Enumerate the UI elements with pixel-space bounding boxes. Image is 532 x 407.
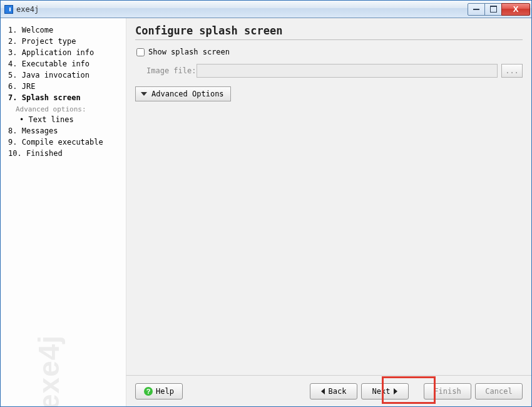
back-button[interactable]: Back <box>310 383 357 399</box>
back-label: Back <box>329 387 347 396</box>
cancel-label: Cancel <box>485 387 512 396</box>
advanced-options-text: Advanced Options <box>151 90 224 98</box>
step-project-type[interactable]: 2. Project type <box>6 36 121 47</box>
window-title: exe4j <box>16 5 39 14</box>
client-area: 1. Welcome 2. Project type 3. Applicatio… <box>1 18 531 406</box>
step-executable-info[interactable]: 4. Executable info <box>6 58 121 70</box>
image-file-row: Image file: ... <box>146 64 523 78</box>
next-button[interactable]: Next <box>361 383 409 399</box>
step-splash-screen[interactable]: 7. Splash screen <box>6 92 121 103</box>
sidebar: 1. Welcome 2. Project type 3. Applicatio… <box>1 18 126 406</box>
app-icon <box>4 5 13 14</box>
minimize-button[interactable] <box>468 3 485 16</box>
cancel-button[interactable]: Cancel <box>475 383 523 399</box>
step-messages[interactable]: 8. Messages <box>6 125 121 137</box>
finish-button[interactable]: Finish <box>424 383 471 399</box>
finish-label: Finish <box>434 387 461 396</box>
help-button[interactable]: ? Help <box>135 383 183 399</box>
titlebar: exe4j X <box>1 1 531 18</box>
close-button[interactable]: X <box>501 3 530 16</box>
chevron-down-icon <box>141 92 147 96</box>
advanced-options-label: Advanced options: <box>6 103 121 114</box>
show-splash-checkbox[interactable] <box>136 48 145 56</box>
step-finished[interactable]: 10. Finished <box>6 148 121 159</box>
help-icon: ? <box>144 387 153 396</box>
next-label: Next <box>372 387 391 396</box>
browse-button[interactable]: ... <box>501 64 523 78</box>
arrow-right-icon <box>394 388 397 394</box>
image-file-label: Image file: <box>146 66 197 75</box>
show-splash-row: Show splash screen <box>136 48 523 56</box>
step-compile-executable[interactable]: 9. Compile executable <box>6 137 121 148</box>
arrow-left-icon <box>321 388 325 394</box>
page-title: Configure splash screen <box>135 24 523 40</box>
sub-step-text-lines[interactable]: Text lines <box>6 114 121 125</box>
main-panel: Configure splash screen Show splash scre… <box>126 18 531 375</box>
show-splash-label: Show splash screen <box>148 48 230 56</box>
help-label: Help <box>156 387 174 396</box>
image-file-input[interactable] <box>197 64 498 78</box>
step-list: 1. Welcome 2. Project type 3. Applicatio… <box>6 24 121 159</box>
step-java-invocation[interactable]: 5. Java invocation <box>6 70 121 81</box>
watermark: exe4j <box>32 335 66 406</box>
step-welcome[interactable]: 1. Welcome <box>6 24 121 36</box>
advanced-options-button[interactable]: Advanced Options <box>135 86 231 101</box>
close-icon: X <box>513 4 519 14</box>
step-jre[interactable]: 6. JRE <box>6 81 121 92</box>
maximize-button[interactable] <box>484 3 502 16</box>
step-application-info[interactable]: 3. Application info <box>6 47 121 58</box>
window-controls: X <box>468 3 530 16</box>
footer: ? Help Back Next Finish Cancel <box>126 375 531 406</box>
